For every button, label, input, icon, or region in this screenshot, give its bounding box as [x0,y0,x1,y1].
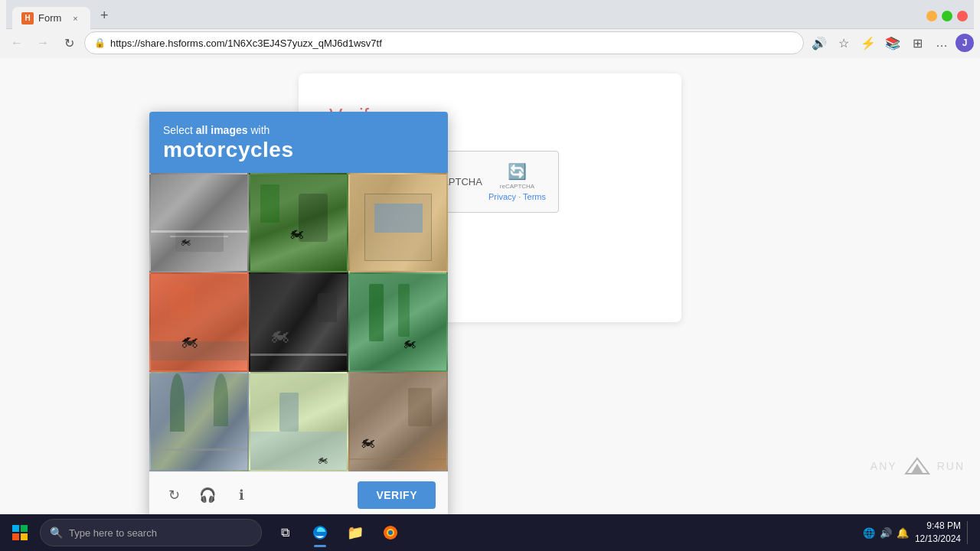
maximize-button[interactable] [942,11,952,21]
read-aloud-button[interactable]: 🔊 [808,32,830,54]
captcha-cell-6[interactable]: 🏍 [348,272,448,372]
captcha-header: Select all images with motorcycles [149,112,448,173]
taskbar-pinned-apps: ⧉ 📁 [268,516,407,549]
address-bar[interactable]: 🔒 https://share.hsforms.com/1N6Xc3EJ4S7y… [84,31,804,54]
anyrun-text: ANY [871,460,897,472]
nav-actions: 🔊 ☆ ⚡ 📚 ⊞ … J [808,32,974,54]
taskbar-search-placeholder: Type here to search [69,527,157,539]
all-images-text: all images [196,124,248,136]
captcha-challenge-word: motorcycles [163,138,434,162]
captcha-cell-5[interactable]: 🏍 [249,272,348,372]
collections-button[interactable]: 📚 [882,32,903,54]
terms-link[interactable]: Terms [523,192,546,201]
title-bar: H Form × + [0,0,980,28]
network-icon[interactable]: 🌐 [863,527,875,539]
anyrun-run-text: RUN [937,460,965,472]
start-button[interactable] [3,516,37,549]
user-avatar[interactable]: J [956,34,974,52]
captcha-cell-1[interactable]: 🏍 [149,173,249,272]
browser-chrome: H Form × + ← → ↻ 🔒 https://share.hsforms… [0,0,980,58]
captcha-image-7 [151,373,247,470]
tab-favicon: H [21,12,34,24]
system-clock[interactable]: 9:48 PM 12/13/2024 [915,520,961,546]
show-desktop-button[interactable] [967,521,971,544]
forward-button[interactable]: → [32,32,54,54]
recaptcha-footer-links: Privacy · Terms [488,192,546,201]
favorites-button[interactable]: ☆ [833,32,854,54]
privacy-link[interactable]: Privacy [488,192,516,201]
captcha-instruction: Select all images with [163,124,434,136]
taskbar: 🔍 Type here to search ⧉ 📁 [0,514,980,551]
captcha-image-9: 🏍 [350,373,446,470]
notification-icon[interactable]: 🔔 [897,527,909,539]
recaptcha-brand: reCAPTCHA [500,183,534,190]
nav-bar: ← → ↻ 🔒 https://share.hsforms.com/1N6Xc3… [0,28,980,58]
clock-time: 9:48 PM [915,520,961,533]
svg-point-5 [388,530,393,535]
captcha-cell-8[interactable]: 🏍 [249,372,348,471]
minimize-button[interactable] [926,11,937,21]
secure-icon: 🔒 [94,37,106,48]
edge-browser-taskbar-button[interactable] [303,516,337,549]
volume-icon[interactable]: 🔊 [880,527,892,539]
url-text: https://share.hsforms.com/1N6Xc3EJ4S7yuz… [110,37,382,49]
system-tray: 🌐 🔊 🔔 9:48 PM 12/13/2024 [857,520,977,546]
system-tray-icons: 🌐 🔊 🔔 [863,527,909,539]
captcha-cell-2[interactable]: 🏍 [249,173,348,272]
file-explorer-icon: 📁 [347,524,364,541]
anyrun-logo [902,455,933,478]
active-tab[interactable]: H Form × [12,7,90,30]
audio-challenge-button[interactable]: 🎧 [195,483,220,507]
captcha-footer: ↻ 🎧 ℹ VERIFY [149,471,448,518]
back-button[interactable]: ← [6,32,28,54]
new-tab-button[interactable]: + [93,5,115,27]
refresh-challenge-button[interactable]: ↻ [162,483,186,507]
task-view-icon: ⧉ [281,526,289,540]
captcha-image-4: 🏍 [151,274,247,370]
captcha-image-5: 🏍 [250,274,347,370]
tab-close-button[interactable]: × [69,12,81,24]
firefox-taskbar-button[interactable] [374,516,407,549]
file-explorer-taskbar-button[interactable]: 📁 [338,516,372,549]
captcha-cell-4[interactable]: 🏍 [149,272,249,372]
extensions-button[interactable]: ⚡ [858,32,879,54]
captcha-image-8: 🏍 [250,373,347,470]
settings-menu-button[interactable]: … [931,32,952,54]
captcha-cell-3[interactable] [348,173,448,272]
taskbar-search-bar[interactable]: 🔍 Type here to search [40,519,262,546]
captcha-cell-7[interactable] [149,372,249,471]
tab-title: Form [38,12,61,24]
refresh-button[interactable]: ↻ [58,32,80,54]
firefox-icon [382,524,399,541]
captcha-image-grid: 🏍 🏍 [149,173,448,471]
task-view-button[interactable]: ⧉ [268,516,302,549]
captcha-image-3 [350,174,446,271]
split-screen-button[interactable]: ⊞ [906,32,928,54]
captcha-image-1: 🏍 [151,174,247,271]
recaptcha-logo-icon: 🔄 [508,162,527,181]
taskbar-search-icon: 🔍 [50,527,63,539]
recaptcha-right: 🔄 reCAPTCHA Privacy · Terms [488,162,546,201]
page-content: Verify you a protected by reCAPTCHA 🔄 re… [0,58,980,523]
help-button[interactable]: ℹ [229,483,253,507]
verify-captcha-button[interactable]: VERIFY [358,481,436,509]
captcha-image-2: 🏍 [250,174,347,271]
anyrun-watermark: ANY RUN [871,455,965,478]
clock-date: 12/13/2024 [915,533,961,546]
with-text: with [250,124,270,136]
captcha-challenge: Select all images with motorcycles 🏍 [149,112,448,518]
windows-logo-icon [12,525,28,540]
close-window-button[interactable] [957,11,968,21]
edge-icon [312,524,328,541]
captcha-cell-9[interactable]: 🏍 [348,372,448,471]
captcha-footer-icons: ↻ 🎧 ℹ [162,483,253,507]
captcha-image-6: 🏍 [350,274,446,370]
select-text: Select [163,124,193,136]
